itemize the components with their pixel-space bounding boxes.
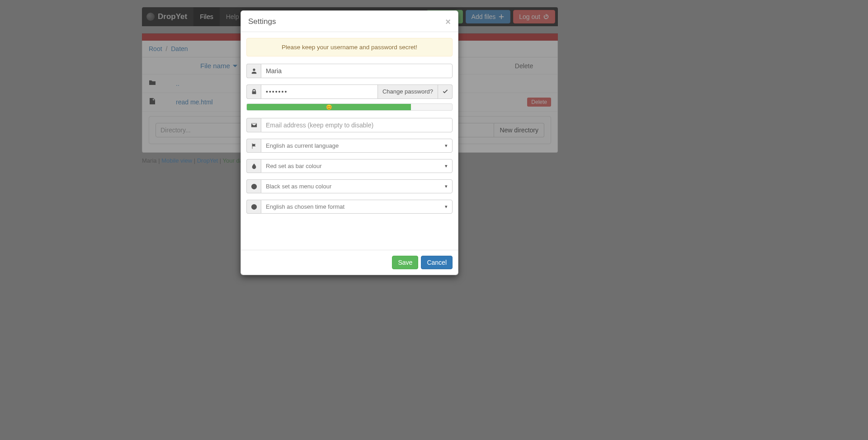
- email-input[interactable]: Email address (keep empty to disable): [261, 118, 453, 132]
- modal-footer: Save Cancel: [241, 250, 458, 275]
- menucolour-value: Black set as menu colour: [266, 183, 331, 190]
- language-group: English as current language: [246, 139, 453, 153]
- change-password-button[interactable]: Change password?: [378, 84, 438, 99]
- user-icon: [246, 64, 261, 78]
- timeformat-value: English as chosen time format: [266, 203, 344, 210]
- flag-icon: [246, 139, 261, 153]
- password-group: ••••••• Change password?: [246, 84, 453, 99]
- menucolour-group: Black set as menu colour: [246, 179, 453, 193]
- change-password-checkbox[interactable]: [438, 84, 453, 99]
- username-input[interactable]: Maria: [261, 64, 453, 78]
- modal-title: Settings: [248, 17, 276, 26]
- clock-icon: [246, 200, 261, 214]
- modal-header: Settings ×: [241, 11, 458, 32]
- tint-icon: [246, 159, 261, 173]
- email-group: Email address (keep empty to disable): [246, 118, 453, 132]
- username-group: Maria: [246, 64, 453, 78]
- menucolour-select[interactable]: Black set as menu colour: [261, 179, 453, 193]
- lock-icon: [246, 84, 261, 99]
- contrast-icon: [246, 179, 261, 193]
- cancel-button[interactable]: Cancel: [421, 256, 453, 269]
- password-strength-fill: 😊: [247, 104, 411, 110]
- envelope-icon: [246, 118, 261, 132]
- check-icon: [442, 89, 448, 95]
- timeformat-select[interactable]: English as chosen time format: [261, 200, 453, 214]
- barcolour-value: Red set as bar colour: [266, 163, 322, 169]
- warning-alert: Please keep your username and password s…: [246, 38, 453, 56]
- language-value: English as current language: [266, 142, 339, 149]
- save-button[interactable]: Save: [392, 256, 418, 269]
- settings-modal: Settings × Please keep your username and…: [241, 10, 458, 275]
- modal-body: Please keep your username and password s…: [241, 32, 458, 250]
- close-icon[interactable]: ×: [445, 17, 451, 26]
- timeformat-group: English as chosen time format: [246, 200, 453, 214]
- barcolour-group: Red set as bar colour: [246, 159, 453, 173]
- language-select[interactable]: English as current language: [261, 139, 453, 153]
- barcolour-select[interactable]: Red set as bar colour: [261, 159, 453, 173]
- strength-emoji-icon: 😊: [326, 104, 332, 110]
- password-input[interactable]: •••••••: [261, 84, 378, 99]
- password-strength-bar: 😊: [246, 103, 453, 111]
